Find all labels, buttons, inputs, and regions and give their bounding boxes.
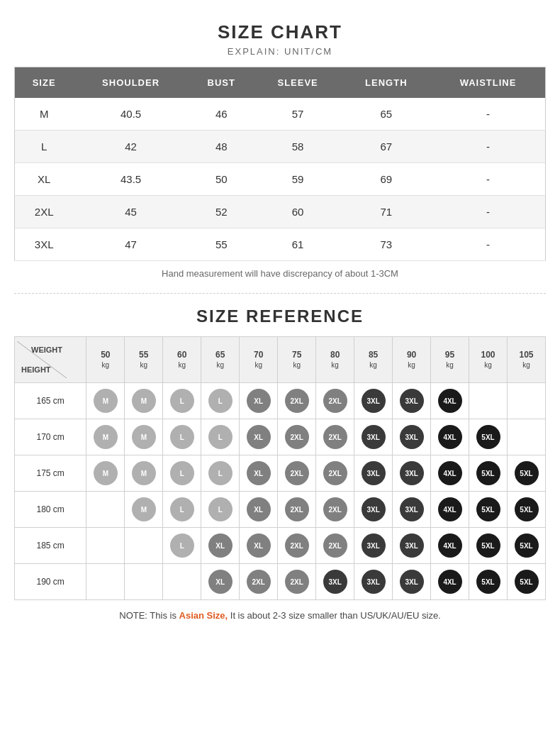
size-bubble-cell: L — [163, 455, 201, 492]
size-bubble-cell: 5XL — [508, 564, 546, 600]
size-bubble: 3XL — [400, 425, 424, 449]
size-bubble: 3XL — [362, 533, 386, 558]
size-bubble-cell: 2XL — [278, 528, 316, 564]
size-bubble-cell — [508, 419, 546, 455]
height-cell: 165 cm — [15, 383, 86, 419]
size-bubble: 5XL — [515, 461, 539, 485]
size-bubble: M — [94, 389, 118, 413]
size-bubble-cell: M — [125, 419, 163, 455]
size-bubble-cell: 2XL — [316, 419, 354, 455]
size-bubble: 2XL — [285, 425, 309, 449]
size-bubble-cell — [469, 383, 508, 419]
size-bubble-cell: 2XL — [278, 383, 316, 419]
size-bubble-cell: 3XL — [354, 383, 393, 419]
size-bubble: 5XL — [476, 425, 500, 449]
ref-data-row: 165 cmMMLLXL2XL2XL3XL3XL4XL — [15, 383, 546, 419]
size-bubble-cell: 3XL — [393, 419, 431, 455]
size-bubble: 2XL — [285, 533, 309, 558]
size-bubble-cell: 3XL — [393, 455, 431, 492]
size-bubble-cell: L — [163, 528, 201, 564]
size-bubble-cell: 3XL — [393, 528, 431, 564]
size-bubble: L — [170, 389, 194, 413]
size-bubble: 3XL — [362, 497, 386, 521]
height-label: HEIGHT — [21, 365, 51, 374]
corner-cell: WEIGHT HEIGHT — [15, 337, 86, 383]
size-bubble: 4XL — [438, 570, 462, 594]
size-bubble-cell: 2XL — [316, 528, 354, 564]
size-bubble: 3XL — [400, 461, 424, 485]
size-bubble-cell: XL — [201, 528, 240, 564]
asian-size-note: NOTE: This is Asian Size, It is about 2-… — [14, 610, 546, 621]
size-bubble-cell: 3XL — [393, 383, 431, 419]
size-bubble: 2XL — [285, 389, 309, 413]
size-bubble: 4XL — [438, 497, 462, 521]
size-bubble: XL — [208, 533, 233, 558]
height-cell: 175 cm — [15, 455, 86, 492]
size-bubble-cell: 2XL — [278, 492, 316, 528]
size-bubble-cell: 5XL — [508, 528, 546, 564]
weight-header: 65kg — [201, 337, 240, 383]
size-bubble-cell: 4XL — [431, 419, 469, 455]
size-bubble: XL — [247, 425, 271, 449]
size-bubble-cell: L — [201, 492, 240, 528]
size-bubble: 3XL — [400, 570, 424, 594]
size-bubble-cell: 5XL — [469, 528, 508, 564]
size-bubble-cell: XL — [240, 383, 278, 419]
size-bubble-cell: 2XL — [316, 455, 354, 492]
size-bubble-cell: XL — [240, 528, 278, 564]
size-bubble-cell: 2XL — [278, 419, 316, 455]
size-bubble-cell: 3XL — [354, 492, 393, 528]
size-bubble: XL — [247, 389, 271, 413]
ref-data-row: 180 cmMLLXL2XL2XL3XL3XL4XL5XL5XL — [15, 492, 546, 528]
size-bubble-cell: M — [125, 455, 163, 492]
weight-header: 50kg — [86, 337, 125, 383]
size-bubble-cell — [508, 383, 546, 419]
size-bubble-cell: 5XL — [469, 455, 508, 492]
size-bubble-cell: M — [86, 455, 125, 492]
size-bubble: 3XL — [323, 570, 347, 594]
size-bubble-cell: L — [163, 419, 201, 455]
size-bubble: L — [208, 461, 233, 485]
size-bubble: M — [132, 425, 156, 449]
size-bubble: 5XL — [515, 497, 539, 521]
size-bubble: M — [132, 497, 156, 521]
size-bubble: 5XL — [476, 533, 500, 558]
size-bubble: 2XL — [323, 497, 347, 521]
size-bubble-cell: 5XL — [469, 492, 508, 528]
size-bubble: L — [208, 389, 233, 413]
ref-data-row: 170 cmMMLLXL2XL2XL3XL3XL4XL5XL — [15, 419, 546, 455]
chart-row: XL43.5505969- — [15, 163, 546, 196]
size-bubble: XL — [247, 533, 271, 558]
size-bubble: 2XL — [247, 570, 271, 594]
size-bubble: M — [132, 389, 156, 413]
size-bubble: 3XL — [362, 461, 386, 485]
size-bubble: XL — [247, 461, 271, 485]
size-bubble: 2XL — [323, 425, 347, 449]
size-bubble: 5XL — [476, 570, 500, 594]
height-cell: 185 cm — [15, 528, 86, 564]
size-bubble-cell: 4XL — [431, 383, 469, 419]
size-bubble: 3XL — [400, 533, 424, 558]
chart-row: 3XL47556173- — [15, 228, 546, 261]
size-bubble-cell: M — [125, 383, 163, 419]
size-bubble-cell — [86, 528, 125, 564]
chart-header-length: LENGTH — [342, 67, 431, 99]
weight-header: 90kg — [393, 337, 431, 383]
size-bubble-cell: 4XL — [431, 455, 469, 492]
size-bubble: M — [94, 461, 118, 485]
size-bubble-cell: 3XL — [354, 455, 393, 492]
chart-header-sleeve: SLEEVE — [254, 67, 342, 99]
size-bubble-cell: 4XL — [431, 528, 469, 564]
size-bubble-cell: XL — [240, 492, 278, 528]
weight-header: 105kg — [508, 337, 546, 383]
size-bubble-cell: L — [201, 455, 240, 492]
size-bubble: XL — [247, 497, 271, 521]
size-chart-subtitle: EXPLAIN: UNIT/CM — [14, 46, 546, 57]
size-bubble: L — [208, 497, 233, 521]
size-bubble-cell: 5XL — [508, 455, 546, 492]
chart-row: M40.5465765- — [15, 98, 546, 131]
size-bubble-cell: 2XL — [316, 383, 354, 419]
size-bubble: M — [132, 461, 156, 485]
size-bubble: 4XL — [438, 425, 462, 449]
height-cell: 170 cm — [15, 419, 86, 455]
